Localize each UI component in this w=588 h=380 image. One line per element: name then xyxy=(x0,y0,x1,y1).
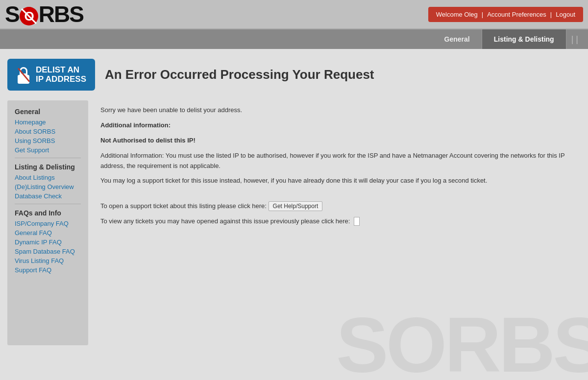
ticket-line-1-prefix: To open a support ticket about this list… xyxy=(100,202,267,210)
ticket-input[interactable] xyxy=(354,217,360,226)
pipe-1: | xyxy=(482,11,483,18)
page-title: An Error Occurred Processing Your Reques… xyxy=(105,67,374,82)
main-content: Sorry we have been unable to delist your… xyxy=(98,100,581,345)
lock-icon xyxy=(16,66,31,84)
logo-s: S xyxy=(5,1,19,27)
nav-extra-icons: | | xyxy=(566,29,583,49)
delist-banner: DELIST AN IP ADDRESS An Error Occurred P… xyxy=(7,59,581,91)
logo: SORBS xyxy=(5,1,83,27)
sidebar-divider-1 xyxy=(15,158,81,158)
sidebar-link-get-support[interactable]: Get Support xyxy=(15,146,81,154)
logout-link[interactable]: Logout xyxy=(556,11,575,18)
sidebar-link-homepage[interactable]: Homepage xyxy=(15,119,81,126)
account-preferences-link[interactable]: Account Preferences xyxy=(487,11,546,18)
delist-button[interactable]: DELIST AN IP ADDRESS xyxy=(7,59,95,91)
error-line-2: Additional information: xyxy=(100,120,578,131)
ticket-line-2-prefix: To view any tickets you may have opened … xyxy=(100,217,350,225)
sidebar-link-support-faq[interactable]: Support FAQ xyxy=(15,266,81,274)
ticket-line-2: To view any tickets you may have opened … xyxy=(100,216,578,227)
logo-o: O xyxy=(20,7,38,25)
sidebar-link-about-listings[interactable]: About Listings xyxy=(15,174,81,181)
sidebar-section-general: General xyxy=(15,108,81,116)
logo-rbs: RBS xyxy=(39,1,83,27)
delist-button-text: DELIST AN IP ADDRESS xyxy=(36,66,86,84)
error-body: Sorry we have been unable to delist your… xyxy=(100,105,578,226)
content-layout: General Homepage About SORBS Using SORBS… xyxy=(7,100,581,345)
sidebar-link-general-faq[interactable]: General FAQ xyxy=(15,229,81,237)
sidebar-link-dynamic-ip-faq[interactable]: Dynamic IP FAQ xyxy=(15,238,81,246)
tab-listing-delisting[interactable]: Listing & Delisting xyxy=(482,29,566,49)
error-line-3: Not Authorised to delist this IP! xyxy=(100,136,578,146)
sidebar-link-delisting-overview[interactable]: (De)Listing Overview xyxy=(15,183,81,190)
tab-general[interactable]: General xyxy=(433,29,482,49)
sidebar-section-listing: Listing & Delisting xyxy=(15,163,81,171)
error-line-4: Additional Information: You must use the… xyxy=(100,151,578,171)
sidebar-link-database-check[interactable]: Database Check xyxy=(15,192,81,200)
top-right-bar: Welcome Oleg | Account Preferences | Log… xyxy=(428,7,583,22)
ticket-line-1: To open a support ticket about this list… xyxy=(100,201,578,212)
sidebar-link-spam-db-faq[interactable]: Spam Database FAQ xyxy=(15,248,81,255)
sidebar: General Homepage About SORBS Using SORBS… xyxy=(7,100,88,345)
sidebar-section-faqs: FAQs and Info xyxy=(15,209,81,217)
get-help-support-button[interactable]: Get Help/Support xyxy=(269,201,323,211)
sidebar-link-isp-faq[interactable]: ISP/Company FAQ xyxy=(15,220,81,227)
pipe-2: | xyxy=(550,11,552,18)
sidebar-link-virus-faq[interactable]: Virus Listing FAQ xyxy=(15,257,81,264)
sidebar-divider-2 xyxy=(15,204,81,204)
welcome-text: Welcome Oleg xyxy=(436,11,478,18)
error-line-5: You may log a support ticket for this is… xyxy=(100,176,578,186)
error-line-1: Sorry we have been unable to delist your… xyxy=(100,105,578,116)
nav-bar: General Listing & Delisting | | xyxy=(0,29,588,49)
top-bar: SORBS Welcome Oleg | Account Preferences… xyxy=(0,0,588,29)
main-area: SORBS DELIST AN IP ADDRESS An Error Occu… xyxy=(0,49,588,380)
sidebar-link-about-sorbs[interactable]: About SORBS xyxy=(15,128,81,135)
logo-area: SORBS xyxy=(5,1,83,27)
sidebar-link-using-sorbs[interactable]: Using SORBS xyxy=(15,137,81,144)
